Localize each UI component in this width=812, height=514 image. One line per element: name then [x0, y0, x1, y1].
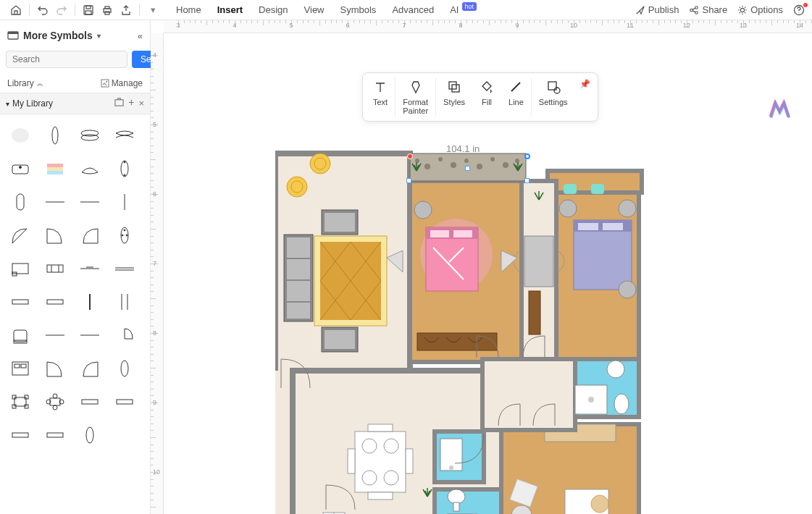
- rotate-handle-icon[interactable]: [407, 153, 413, 159]
- symbol-item[interactable]: [3, 252, 38, 285]
- tab-ai[interactable]: AIhot: [450, 4, 477, 15]
- resize-handle[interactable]: [406, 178, 411, 183]
- search-input[interactable]: [6, 51, 127, 68]
- tab-view[interactable]: View: [304, 4, 325, 15]
- symbol-item[interactable]: [3, 119, 38, 152]
- svg-point-97: [490, 157, 495, 161]
- text-tool-button[interactable]: Text: [366, 77, 395, 117]
- tab-symbols[interactable]: Symbols: [340, 4, 377, 15]
- symbol-item[interactable]: [38, 319, 72, 352]
- floor-plan[interactable]: [275, 142, 795, 514]
- symbol-item[interactable]: [3, 418, 38, 452]
- svg-point-139: [384, 439, 398, 453]
- symbol-item[interactable]: [3, 152, 38, 185]
- symbol-item[interactable]: [38, 352, 72, 385]
- symbol-item[interactable]: [72, 352, 107, 385]
- help-button[interactable]: [793, 4, 805, 16]
- symbol-item[interactable]: [107, 152, 142, 185]
- symbol-item[interactable]: [3, 185, 38, 219]
- svg-rect-123: [529, 291, 540, 334]
- svg-point-92: [424, 164, 430, 169]
- svg-point-129: [619, 200, 636, 217]
- tab-insert[interactable]: Insert: [217, 4, 243, 15]
- connection-handle-icon[interactable]: [524, 153, 530, 159]
- undo-icon[interactable]: [34, 1, 51, 19]
- format-painter-button[interactable]: FormatPainter: [395, 77, 436, 117]
- symbol-item[interactable]: [38, 418, 72, 452]
- tab-home[interactable]: Home: [176, 4, 201, 15]
- symbols-header[interactable]: More Symbols ▾ «: [0, 20, 150, 51]
- dimension-label: 104.1 in: [446, 143, 480, 154]
- symbol-item[interactable]: [72, 252, 107, 285]
- tab-advanced[interactable]: Advanced: [392, 4, 434, 15]
- styles-button[interactable]: Styles: [436, 77, 472, 117]
- fill-button[interactable]: Fill: [472, 77, 501, 117]
- collapse-panel-icon[interactable]: «: [138, 30, 143, 41]
- symbol-item[interactable]: [72, 119, 107, 152]
- svg-rect-12: [8, 32, 18, 34]
- symbol-item[interactable]: [107, 252, 142, 285]
- symbol-item[interactable]: [72, 385, 107, 418]
- symbol-item[interactable]: [3, 352, 38, 385]
- manage-button[interactable]: Manage: [101, 78, 143, 88]
- resize-handle[interactable]: [465, 166, 470, 171]
- close-section-icon[interactable]: ×: [138, 98, 144, 109]
- pin-icon[interactable]: 📌: [575, 77, 595, 90]
- svg-rect-54: [14, 364, 20, 368]
- publish-button[interactable]: Publish: [635, 4, 679, 15]
- symbol-item[interactable]: [72, 418, 107, 452]
- symbol-item[interactable]: [107, 185, 142, 219]
- save-icon[interactable]: [80, 1, 97, 19]
- svg-rect-37: [47, 265, 63, 272]
- symbol-item[interactable]: [38, 185, 72, 219]
- symbol-item[interactable]: [3, 219, 38, 252]
- svg-point-33: [122, 235, 123, 236]
- symbol-item[interactable]: [38, 252, 72, 285]
- symbol-item[interactable]: [3, 385, 38, 418]
- line-button[interactable]: Line: [501, 77, 532, 117]
- svg-point-6: [690, 9, 693, 12]
- svg-rect-143: [368, 492, 393, 500]
- options-button[interactable]: Options: [737, 4, 783, 15]
- symbol-item[interactable]: [3, 319, 38, 352]
- symbol-item[interactable]: [107, 418, 142, 452]
- svg-line-74: [511, 83, 520, 91]
- svg-rect-144: [348, 449, 355, 473]
- symbol-item[interactable]: [107, 385, 142, 418]
- svg-point-147: [449, 465, 453, 470]
- symbol-item[interactable]: [38, 119, 72, 152]
- symbol-item[interactable]: [38, 152, 72, 185]
- library-toggle[interactable]: Library ︽: [7, 78, 43, 88]
- svg-rect-2: [85, 11, 91, 14]
- symbol-item[interactable]: [107, 352, 142, 385]
- symbol-item[interactable]: [107, 119, 142, 152]
- symbol-item[interactable]: [107, 219, 142, 252]
- canvas[interactable]: Text FormatPainter Styles Fill Line Sett…: [164, 33, 812, 514]
- symbol-item[interactable]: [72, 219, 107, 252]
- print-icon[interactable]: [99, 1, 116, 19]
- symbol-item[interactable]: [72, 185, 107, 219]
- symbol-item[interactable]: [3, 285, 38, 319]
- share-button[interactable]: Share: [689, 4, 727, 15]
- export-icon[interactable]: [117, 1, 135, 19]
- symbol-item[interactable]: [72, 319, 107, 352]
- symbol-item[interactable]: [38, 285, 72, 319]
- symbol-item[interactable]: [38, 385, 72, 418]
- redo-icon[interactable]: [53, 1, 70, 19]
- symbol-item[interactable]: [72, 285, 107, 319]
- more-icon[interactable]: ▾: [144, 1, 162, 19]
- svg-point-56: [121, 361, 128, 376]
- symbol-item[interactable]: [107, 319, 142, 352]
- my-library-section[interactable]: ▾ My Library + ×: [0, 93, 150, 114]
- symbol-item[interactable]: [72, 152, 107, 185]
- settings-button[interactable]: Settings: [532, 77, 575, 117]
- resize-handle[interactable]: [524, 178, 530, 183]
- svg-rect-145: [406, 449, 413, 473]
- add-symbol-icon[interactable]: +: [128, 98, 134, 109]
- symbol-item[interactable]: [107, 285, 142, 319]
- symbol-item[interactable]: [38, 219, 72, 252]
- add-folder-icon[interactable]: [114, 98, 124, 109]
- canvas-area: 34567891011121314 45678910 Text FormatPa…: [151, 20, 812, 514]
- tab-design[interactable]: Design: [259, 4, 288, 15]
- home-icon[interactable]: [7, 1, 25, 19]
